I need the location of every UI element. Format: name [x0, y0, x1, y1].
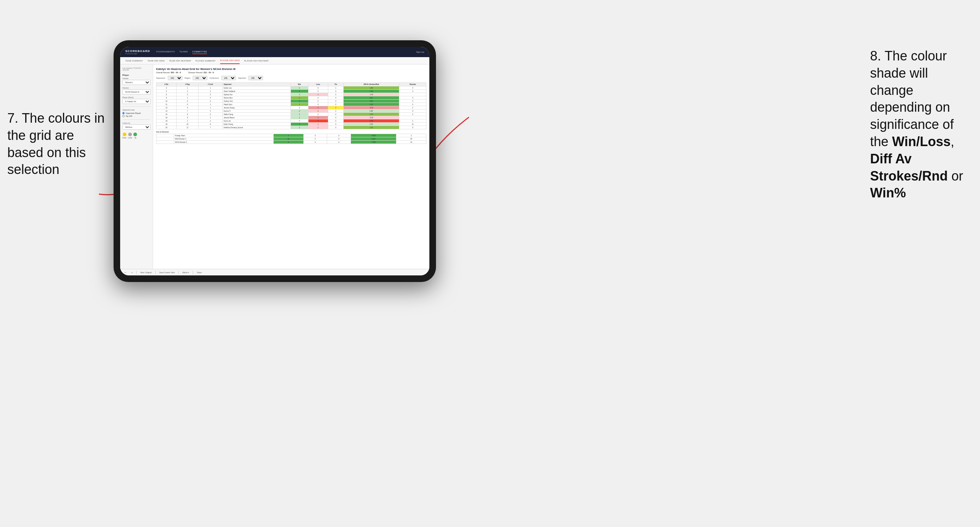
cell-win: 1: [273, 134, 303, 137]
share-btn[interactable]: Share: [195, 271, 203, 274]
cell-conf: 4: [199, 96, 223, 100]
nav-committee[interactable]: COMMITTEE: [192, 50, 207, 54]
cell-reg: 11: [177, 126, 199, 129]
cell-opponent: Eunice Yi: [223, 110, 291, 113]
cell-conf: 6: [199, 123, 223, 126]
cell-div: 20: [156, 126, 177, 129]
cell-rounds: 3: [399, 90, 426, 93]
cell-empty: [156, 134, 174, 137]
cell-opponent: Foreign Team: [173, 134, 273, 137]
view-original-btn[interactable]: View: Original: [139, 271, 153, 274]
cell-win: 2: [291, 100, 308, 103]
cell-empty: [156, 141, 174, 144]
cell-rounds: 11: [399, 123, 426, 126]
cell-rounds: 3: [399, 96, 426, 100]
cell-win: 1: [291, 96, 308, 100]
subnav-team-h2h-heatmap[interactable]: TEAM H2H HEATMAP: [169, 57, 191, 64]
cell-opponent: Alexis Sudjianto: [223, 90, 291, 93]
colour-down: Down: [123, 133, 127, 139]
cell-diff: 1.25: [343, 113, 399, 116]
logo: SCOREBOARD Powered by clippd: [125, 49, 150, 55]
col-reg: # Reg: [177, 83, 199, 86]
colour-legend: Down Level Up: [123, 133, 151, 139]
undo-btn[interactable]: ↩: [123, 271, 127, 274]
opponents-filter[interactable]: (All): [168, 76, 183, 80]
col-opponent: Opponent: [223, 83, 291, 86]
col-div: # Div: [156, 83, 177, 86]
cell-opponent: Heejo Hyun: [223, 103, 291, 106]
nav-teams[interactable]: TEAMS: [180, 50, 188, 54]
player-rank-select[interactable]: 8. Katelyn Vo: [123, 99, 151, 104]
subnav-player-h2h-heatmap[interactable]: PLAYER H2H HEATMAP: [244, 57, 269, 64]
filter-row: Opponents: (All) Region (All) Conference…: [156, 76, 426, 80]
cell-conf: 4: [199, 110, 223, 113]
cell-opponent: NAIA Division 1: [173, 137, 273, 141]
cell-div: 5: [156, 90, 177, 93]
top-nav-links: TOURNAMENTS TEAMS COMMITTEE: [156, 50, 416, 54]
main-content: Last Updated: 27/03/2024 16:55:38 Player…: [120, 65, 430, 269]
tablet-frame: SCOREBOARD Powered by clippd TOURNAMENTS…: [114, 40, 436, 282]
cell-opponent: Jessica Mason: [223, 116, 291, 119]
sidebar: Last Updated: 27/03/2024 16:55:38 Player…: [120, 65, 153, 269]
cell-loss: 2: [308, 116, 328, 119]
watch-btn[interactable]: Watch ▾: [181, 271, 191, 274]
subnav-player-summary[interactable]: PLAYER SUMMARY: [196, 57, 216, 64]
table-row: NAIA Division 1 15 0 0 9.267 30: [156, 137, 426, 141]
opponent-view-group: Opponents Played Top 100: [123, 112, 151, 117]
cell-win: 4: [291, 123, 308, 126]
region-filter[interactable]: (All): [193, 76, 207, 80]
cell-win: 1: [291, 93, 308, 96]
col-rounds: Rounds: [399, 83, 426, 86]
colour-by-select[interactable]: Win/loss Diff Av Strokes/Rnd Win%: [123, 124, 151, 130]
table-row: 10 6 3 Andrea York 2 0 0 4.00 4: [156, 100, 426, 103]
save-custom-btn[interactable]: Save Custom View: [158, 271, 176, 274]
sub-nav: TEAM SUMMARY TEAM H2H GRID TEAM H2H HEAT…: [120, 57, 430, 65]
cell-opponent: Sharon Mun: [223, 96, 291, 100]
cell-opponent: NCAA Division 2: [173, 141, 273, 144]
redo-btn[interactable]: ↪: [130, 271, 134, 274]
cell-rounds: 6: [399, 126, 426, 129]
cell-tie: 0: [327, 137, 351, 141]
subnav-team-summary[interactable]: TEAM SUMMARY: [125, 57, 143, 64]
sidebar-player-title: Player: [123, 74, 151, 76]
opponent-view-label: Opponent view: [123, 109, 151, 111]
cell-div: 6: [156, 93, 177, 96]
opponent-filter[interactable]: (All): [248, 76, 263, 80]
cell-rounds: 9: [399, 110, 426, 113]
cell-reg: 9: [177, 116, 199, 119]
cell-loss: 0: [308, 103, 328, 106]
cell-conf: 5: [199, 113, 223, 116]
cell-tie: 0: [327, 141, 351, 144]
cell-loss: 1: [308, 123, 328, 126]
cell-win: 1: [291, 86, 308, 90]
annotation-right: 8. The colour shade will change dependin…: [870, 48, 973, 202]
radio-opponents-played[interactable]: Opponents Played: [123, 112, 151, 114]
division-select[interactable]: NCAA Division III: [123, 89, 151, 94]
cell-reg: 1: [177, 96, 199, 100]
division-field: Division NCAA Division III: [123, 87, 151, 94]
cell-win: 1: [291, 90, 308, 93]
subnav-team-h2h-grid[interactable]: TEAM H2H GRID: [147, 57, 164, 64]
cell-div: 11: [156, 103, 177, 106]
bottom-toolbar: ↩ ↪ View: Original Save Custom View Watc…: [120, 269, 430, 275]
cell-diff: 4.00: [343, 100, 399, 103]
colour-by-field: Colour by Win/loss Diff Av Strokes/Rnd W…: [123, 122, 151, 130]
cell-loss: 0: [308, 113, 328, 116]
conference-filter[interactable]: (All): [221, 76, 236, 80]
cell-tie: 0: [328, 93, 344, 96]
cell-rounds: 30: [396, 137, 426, 141]
cell-reg: 2: [177, 90, 199, 93]
col-win: Win: [291, 83, 308, 86]
cell-conf: 2: [199, 119, 223, 123]
gender-select[interactable]: Women's Men's: [123, 80, 151, 85]
toolbar-sep-1: [136, 271, 137, 274]
nav-sign-out[interactable]: Sign out: [416, 51, 424, 53]
nav-tournaments[interactable]: TOURNAMENTS: [156, 50, 175, 54]
radio-top-100[interactable]: Top 100: [123, 115, 151, 117]
cell-opponent: Andrea York: [223, 100, 291, 103]
colour-dot-up: [134, 133, 137, 136]
subnav-player-h2h-grid[interactable]: PLAYER H2H GRID: [220, 57, 240, 64]
cell-div: 3: [156, 86, 177, 90]
save-custom-label: Save Custom View: [159, 271, 175, 273]
cell-div: 15: [156, 113, 177, 116]
